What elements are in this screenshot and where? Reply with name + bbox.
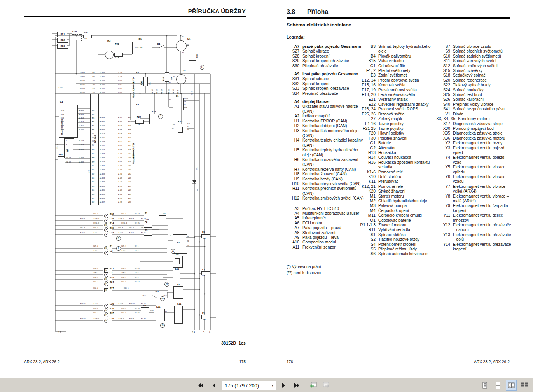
legend-text: Diagnostická zásuvka motoru <box>453 136 505 141</box>
comp-K11: K11 <box>156 306 161 308</box>
legend-text: Spínač směrových světel <box>453 64 497 68</box>
legend-text: Pracovní světla ROPS <box>378 107 418 112</box>
pin-label: A08 <box>128 149 131 150</box>
book-view-button[interactable] <box>519 380 530 391</box>
legend-code: S7 <box>436 44 450 49</box>
legend-code: S18 <box>436 73 450 78</box>
legend-text: Pojistka žhavení <box>378 136 407 141</box>
lamp-E1: ✕ <box>104 246 108 250</box>
legend-code: A11 <box>287 245 299 250</box>
legend-text: Indikace napětí <box>302 114 330 119</box>
legend-code: Y4 <box>436 155 450 160</box>
legend-text: Přední obrysová světla <box>378 78 419 83</box>
previous-page-button[interactable] <box>208 380 219 391</box>
figure-code: 38152D_1cs <box>179 341 246 345</box>
legend-text: Spínač varovných světel <box>453 59 496 63</box>
comp-X4: X4 <box>60 101 63 103</box>
legend-code: E25, 26 <box>358 112 376 117</box>
pin-label: A6.151 <box>100 117 105 118</box>
legend-code: S24 <box>436 88 450 93</box>
pin-label: A: 15 <box>118 198 122 199</box>
comp-J: J <box>158 114 163 119</box>
continuous-view-button[interactable] <box>493 380 503 391</box>
pin-label: B 08 <box>61 129 64 131</box>
comp-5-A: 5 A <box>203 318 205 320</box>
last-page-button[interactable] <box>292 380 302 391</box>
comp-15-54: 15/54 <box>184 98 188 100</box>
navigate-forward-button[interactable] <box>321 380 332 391</box>
comp-23: 23 <box>187 245 189 247</box>
pin-label: A6.133 <box>100 173 105 175</box>
pin-label: A: 23 <box>118 157 122 159</box>
legend-code: K1-6 <box>358 170 376 175</box>
navigate-back-button[interactable] <box>308 380 319 391</box>
pin-label: A6.152 <box>100 121 105 122</box>
legend-entry: E12, 14Přední obrysová světla <box>358 78 436 83</box>
wire-label: X2: 18 <box>135 308 140 309</box>
legend-code: S32 <box>287 82 299 86</box>
legend-code: X35 <box>436 131 450 136</box>
pin-label: A: 41 <box>118 145 122 147</box>
comp-3-4: 3 4 <box>192 331 195 333</box>
legend-text: Spínač kropení ořezávače <box>302 59 349 63</box>
legend-text: Brzdová světla <box>378 112 405 117</box>
comp-15-A: 15 A <box>145 235 149 237</box>
legend-text: Stykač žhavení <box>378 189 405 194</box>
comp-30: 30 <box>182 52 184 53</box>
pin-label: A32 <box>128 141 131 142</box>
lamp-id-E19: E19 <box>110 317 114 320</box>
next-page-button[interactable] <box>278 380 289 391</box>
comp-R1.1: R1.1 <box>57 32 68 37</box>
legend-notes: (*) Výbava na přání (**) není k dispozic… <box>287 264 321 276</box>
pin-label: A6.150 <box>79 110 84 111</box>
wire-label: X24: 1 <box>121 250 126 252</box>
comp-box <box>152 117 156 122</box>
wire-label: X21: 1 <box>118 232 123 233</box>
legend-entry: A9levá páka pojezdu Gessmann <box>287 72 368 77</box>
pin-label: A6.121 <box>80 72 85 74</box>
legend-text: Pomocný napájecí bod <box>453 126 494 131</box>
facing-pages-view-button[interactable] <box>506 380 517 391</box>
legend-text: Spínač zadních světlometů <box>453 54 501 59</box>
legend-code: S4 <box>358 242 376 247</box>
combobox-dropdown-icon[interactable]: ▼ <box>269 384 276 387</box>
legend-entry: H3Kontrolka tlak motorového oleje (CAN) <box>287 129 368 138</box>
comp-E: E <box>116 236 121 241</box>
wire-label: X25: 2 <box>93 245 98 247</box>
legend-code: S6 <box>358 252 376 256</box>
comp-N: N <box>160 323 165 328</box>
legend-text: Ukazatel stavu palivové nádrže (CAN) <box>302 104 364 114</box>
page-number-combobox[interactable]: 175 (179 / 200) ▼ <box>222 381 276 390</box>
lamp-E12: ✕ <box>104 214 108 218</box>
pdf-viewer-window: PŘÍRUČKA ÚDRŽBY R1.1R1.2R1.3K20F3050 <box>0 0 533 392</box>
pin-label: 141 <box>92 198 94 199</box>
wire-label: X19k: 3 <box>93 218 99 219</box>
right-footer-model: ARX 23-2, ARX 26-2 <box>428 360 510 364</box>
comp-A: A <box>171 249 175 254</box>
legend-text: Kontrolka žhavení (CAN) <box>302 172 347 177</box>
comp-M: M <box>160 296 165 301</box>
legend-text: Přepínač ořezávače <box>302 91 338 96</box>
legend-entry: A7pravá páka pojezdu Gessmann <box>287 44 368 49</box>
legend-text: Kontrolka rezerva nafty (CAN) <box>302 167 356 172</box>
legend-text: Kontrolka tlak motorového oleje (CAN) <box>302 129 364 138</box>
comp-S41: S41 <box>155 290 159 292</box>
legend-entry: M3Palivová pumpa <box>358 203 436 208</box>
single-page-view-button[interactable] <box>479 380 490 391</box>
legend-code: E18, 20 <box>358 93 376 97</box>
lamp-E23: ✕ <box>104 277 108 282</box>
lamp-E16: ✕ <box>104 219 108 223</box>
legend-code: S29 <box>287 59 299 63</box>
lamp-E22: ✕ <box>104 233 108 237</box>
pin-label: A07 <box>128 117 131 118</box>
wire-label: X9k: 3 <box>129 218 134 219</box>
pin-label: A38 <box>128 133 131 135</box>
navigate-back-icon <box>309 382 317 389</box>
first-page-button[interactable] <box>195 380 206 391</box>
pin-label: A6.238 <box>79 157 84 159</box>
wire-label: X12: 1 <box>121 276 126 278</box>
legend-text: Páka pojezdu – levá <box>302 235 339 240</box>
comp-G1: G1 <box>138 38 142 40</box>
pin-label: A6.256 <box>80 92 85 93</box>
pin-label: A6.186 <box>100 198 105 199</box>
